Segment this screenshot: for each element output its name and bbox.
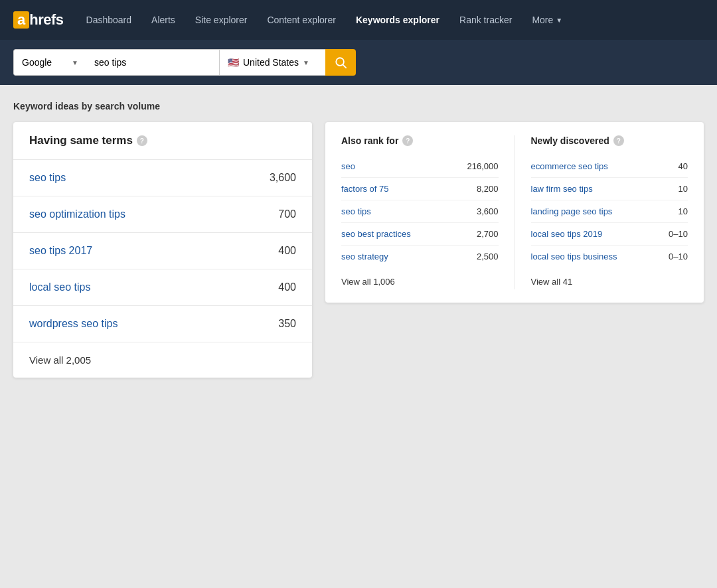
nav-keywords-explorer[interactable]: Keywords explorer [348, 9, 447, 31]
newly-volume-3: 0–10 [669, 229, 688, 239]
newly-row-4[interactable]: local seo tips business 0–10 [531, 246, 688, 267]
keyword-link-2[interactable]: seo tips 2017 [29, 245, 92, 257]
also-rank-volume-4: 2,500 [477, 252, 499, 261]
newly-discovered-info-icon[interactable]: ? [613, 135, 624, 146]
newly-volume-0: 40 [678, 161, 688, 171]
newly-volume-1: 10 [678, 184, 688, 194]
keyword-volume-1: 700 [278, 208, 296, 220]
keyword-volume-0: 3,600 [270, 172, 296, 184]
also-rank-keyword-2[interactable]: seo tips [341, 206, 371, 216]
left-panel: Having same terms ? seo tips 3,600 seo o… [13, 122, 312, 378]
section-title: Keyword ideas by search volume [13, 101, 704, 111]
newly-volume-4: 0–10 [669, 252, 688, 261]
newly-row-1[interactable]: law firm seo tips 10 [531, 178, 688, 200]
panel-title-text: Having same terms [29, 134, 133, 147]
nav-more[interactable]: More ▼ [524, 9, 570, 31]
nav-content-explorer[interactable]: Content explorer [259, 9, 344, 31]
content-grid: Having same terms ? seo tips 3,600 seo o… [13, 122, 704, 378]
also-rank-info-icon[interactable]: ? [402, 135, 413, 146]
keyword-row-0[interactable]: seo tips 3,600 [13, 160, 312, 196]
main-content: Keyword ideas by search volume Having sa… [0, 85, 717, 588]
engine-label: Google [22, 57, 52, 68]
also-rank-row-2[interactable]: seo tips 3,600 [341, 200, 499, 223]
nav-rank-tracker[interactable]: Rank tracker [451, 9, 520, 31]
view-all-left[interactable]: View all 2,005 [13, 342, 312, 378]
also-rank-row-4[interactable]: seo strategy 2,500 [341, 246, 499, 267]
newly-keyword-3[interactable]: local seo tips 2019 [531, 229, 603, 239]
also-rank-for-header: Also rank for ? [341, 135, 499, 146]
newly-keyword-1[interactable]: law firm seo tips [531, 184, 593, 194]
keyword-link-1[interactable]: seo optimization tips [29, 208, 125, 220]
navbar: a hrefs Dashboard Alerts Site explorer C… [0, 0, 717, 40]
newly-volume-2: 10 [678, 206, 688, 216]
also-rank-volume-2: 3,600 [477, 206, 499, 216]
keyword-row-1[interactable]: seo optimization tips 700 [13, 196, 312, 233]
also-rank-row-3[interactable]: seo best practices 2,700 [341, 223, 499, 246]
newly-keyword-4[interactable]: local seo tips business [531, 252, 617, 261]
also-rank-keyword-0[interactable]: seo [341, 161, 355, 171]
search-bar: Google ▼ 🇺🇸 United States ▼ [0, 40, 717, 85]
engine-chevron-icon: ▼ [72, 59, 78, 66]
keyword-volume-3: 400 [278, 281, 296, 293]
nav-more-label: More [532, 15, 553, 25]
search-input[interactable] [86, 49, 219, 76]
also-rank-keyword-3[interactable]: seo best practices [341, 229, 411, 239]
newly-keyword-2[interactable]: landing page seo tips [531, 206, 613, 216]
also-rank-volume-0: 216,000 [467, 161, 499, 171]
view-all-newly[interactable]: View all 41 [531, 267, 688, 289]
also-rank-row-0[interactable]: seo 216,000 [341, 155, 499, 178]
engine-select[interactable]: Google ▼ [13, 49, 86, 76]
keyword-volume-4: 350 [278, 318, 296, 330]
logo-hrefs: hrefs [29, 11, 63, 29]
search-icon [335, 56, 347, 68]
keyword-link-3[interactable]: local seo tips [29, 281, 91, 293]
also-rank-row-1[interactable]: factors of 75 8,200 [341, 178, 499, 200]
newly-row-0[interactable]: ecommerce seo tips 40 [531, 155, 688, 178]
logo-a: a [13, 11, 29, 29]
keyword-link-4[interactable]: wordpress seo tips [29, 318, 118, 330]
logo[interactable]: a hrefs [13, 11, 64, 29]
also-rank-volume-3: 2,700 [477, 229, 499, 239]
info-icon[interactable]: ? [137, 135, 147, 146]
also-rank-keyword-4[interactable]: seo strategy [341, 252, 388, 261]
keyword-row-4[interactable]: wordpress seo tips 350 [13, 306, 312, 342]
newly-discovered-col: Newly discovered ? ecommerce seo tips 40… [515, 135, 704, 289]
keyword-link-0[interactable]: seo tips [29, 172, 66, 184]
keyword-volume-2: 400 [278, 245, 296, 257]
nav-alerts[interactable]: Alerts [143, 9, 183, 31]
newly-row-3[interactable]: local seo tips 2019 0–10 [531, 223, 688, 246]
newly-discovered-header: Newly discovered ? [531, 135, 688, 146]
nav-more-chevron: ▼ [556, 17, 562, 24]
country-label: United States [243, 57, 299, 68]
newly-row-2[interactable]: landing page seo tips 10 [531, 200, 688, 223]
also-rank-for-title: Also rank for [341, 135, 398, 146]
newly-discovered-title: Newly discovered [531, 135, 609, 146]
also-rank-volume-1: 8,200 [477, 184, 499, 194]
right-columns: Also rank for ? seo 216,000 factors of 7… [325, 122, 704, 303]
also-rank-keyword-1[interactable]: factors of 75 [341, 184, 389, 194]
country-select[interactable]: 🇺🇸 United States ▼ [219, 49, 325, 76]
keyword-row-3[interactable]: local seo tips 400 [13, 269, 312, 306]
search-button[interactable] [325, 49, 356, 76]
svg-line-1 [343, 65, 347, 68]
panel-header-title: Having same terms ? [29, 134, 296, 147]
newly-keyword-0[interactable]: ecommerce seo tips [531, 161, 608, 171]
right-panel: Also rank for ? seo 216,000 factors of 7… [325, 122, 704, 303]
also-rank-for-col: Also rank for ? seo 216,000 factors of 7… [325, 135, 515, 289]
view-all-also-rank[interactable]: View all 1,006 [341, 267, 499, 289]
panel-header: Having same terms ? [13, 122, 312, 160]
nav-site-explorer[interactable]: Site explorer [187, 9, 256, 31]
country-chevron-icon: ▼ [303, 59, 309, 66]
country-flag-icon: 🇺🇸 [228, 57, 239, 68]
nav-dashboard[interactable]: Dashboard [78, 9, 140, 31]
keyword-row-2[interactable]: seo tips 2017 400 [13, 233, 312, 269]
